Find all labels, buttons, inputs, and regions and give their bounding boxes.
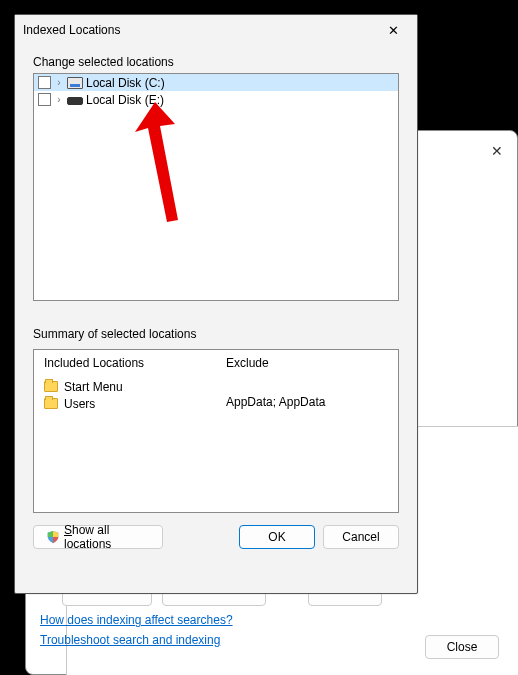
button-label: Show all locations [64,523,150,551]
chevron-right-icon[interactable]: › [54,78,64,88]
indexed-locations-dialog: Indexed Locations ✕ Change selected loca… [14,14,418,594]
show-all-locations-button[interactable]: Show all locations [33,525,163,549]
button-row: Show all locations OK Cancel [33,525,399,549]
drive-icon [67,97,83,105]
list-item-label: Start Menu [64,380,123,394]
exclude-head: Exclude [226,356,388,370]
dialog-title: Indexed Locations [23,23,120,37]
change-locations-label: Change selected locations [33,55,399,69]
exclude-column: Exclude AppData; AppData [216,350,398,512]
summary-label: Summary of selected locations [33,327,399,341]
close-icon[interactable]: ✕ [491,143,503,159]
drive-icon [67,77,83,89]
locations-tree[interactable]: › Local Disk (C:) › Local Disk (E:) [33,73,399,301]
chevron-right-icon[interactable]: › [54,95,64,105]
list-item: Users [44,395,206,412]
tree-row-local-disk-e[interactable]: › Local Disk (E:) [34,91,398,108]
link-indexing-help[interactable]: How does indexing affect searches? [40,613,233,627]
tree-row-local-disk-c[interactable]: › Local Disk (C:) [34,74,398,91]
cancel-button[interactable]: Cancel [323,525,399,549]
close-icon[interactable]: ✕ [375,17,411,43]
shield-icon [46,530,60,544]
close-button[interactable]: Close [425,635,499,659]
tree-row-label: Local Disk (C:) [86,76,165,90]
titlebar: Indexed Locations ✕ [15,15,417,45]
included-head: Included Locations [44,356,206,370]
checkbox[interactable] [38,93,51,106]
link-troubleshoot[interactable]: Troubleshoot search and indexing [40,633,220,647]
ok-button[interactable]: OK [239,525,315,549]
tree-row-label: Local Disk (E:) [86,93,164,107]
exclude-text: AppData; AppData [226,395,388,409]
checkbox[interactable] [38,76,51,89]
list-item: Start Menu [44,378,206,395]
included-column: Included Locations Start Menu Users [34,350,216,512]
list-item-label: Users [64,397,95,411]
folder-icon [44,398,58,409]
folder-icon [44,381,58,392]
summary-box: Included Locations Start Menu Users Excl… [33,349,399,513]
